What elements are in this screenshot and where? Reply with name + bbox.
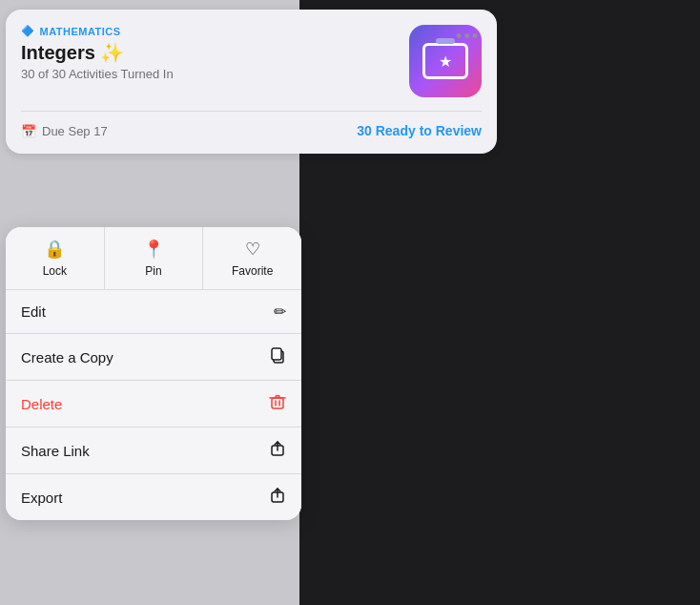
lock-icon: 🔒 — [44, 239, 65, 260]
create-copy-menu-item[interactable]: Create a Copy — [6, 334, 301, 381]
review-count-label: 30 Ready to Review — [357, 123, 482, 138]
more-options-button[interactable]: ••• — [456, 27, 480, 47]
edit-label: Edit — [21, 303, 46, 320]
menu-top-row: 🔒 Lock 📍 Pin ♡ Favorite — [6, 227, 301, 290]
share-icon — [269, 440, 286, 461]
subject-label: MATHEMATICS — [40, 26, 121, 37]
create-copy-label: Create a Copy — [21, 349, 113, 365]
pin-icon: 📍 — [143, 239, 164, 260]
share-link-label: Share Link — [21, 443, 90, 459]
calendar-icon: 📅 — [21, 124, 36, 138]
export-menu-item[interactable]: Export — [6, 474, 301, 520]
lock-label: Lock — [43, 264, 67, 278]
share-link-menu-item[interactable]: Share Link — [6, 428, 301, 474]
copy-icon — [269, 346, 286, 367]
svg-rect-2 — [272, 398, 283, 408]
heart-icon: ♡ — [245, 239, 260, 260]
assignment-card: 🔷 MATHEMATICS Integers ✨ 30 of 30 Activi… — [6, 10, 497, 154]
card-text-content: 🔷 MATHEMATICS Integers ✨ 30 of 30 Activi… — [21, 25, 409, 81]
favorite-label: Favorite — [232, 264, 273, 278]
due-date-label: Due Sep 17 — [42, 124, 108, 138]
card-icon-star: ★ — [439, 52, 452, 71]
delete-menu-item[interactable]: Delete — [6, 381, 301, 428]
context-menu: 🔒 Lock 📍 Pin ♡ Favorite Edit ✏ Create a … — [6, 227, 301, 520]
subject-icon: 🔷 — [21, 25, 35, 37]
delete-label: Delete — [21, 396, 62, 412]
export-icon — [269, 487, 286, 508]
card-subtitle: 30 of 30 Activities Turned In — [21, 67, 409, 81]
lock-button[interactable]: 🔒 Lock — [6, 227, 105, 289]
pin-label: Pin — [145, 264, 161, 278]
card-icon-frame: ★ — [422, 43, 468, 79]
card-subject: 🔷 MATHEMATICS — [21, 25, 409, 37]
pin-button[interactable]: 📍 Pin — [105, 227, 204, 289]
card-footer: 📅 Due Sep 17 30 Ready to Review — [21, 111, 482, 138]
favorite-button[interactable]: ♡ Favorite — [203, 227, 301, 289]
trash-icon — [269, 393, 286, 414]
export-label: Export — [21, 490, 62, 506]
card-header: 🔷 MATHEMATICS Integers ✨ 30 of 30 Activi… — [21, 25, 482, 97]
card-title: Integers ✨ — [21, 41, 409, 64]
edit-icon: ✏ — [274, 302, 286, 321]
card-due-date: 📅 Due Sep 17 — [21, 124, 108, 138]
edit-menu-item[interactable]: Edit ✏ — [6, 290, 301, 334]
svg-rect-1 — [272, 348, 281, 360]
